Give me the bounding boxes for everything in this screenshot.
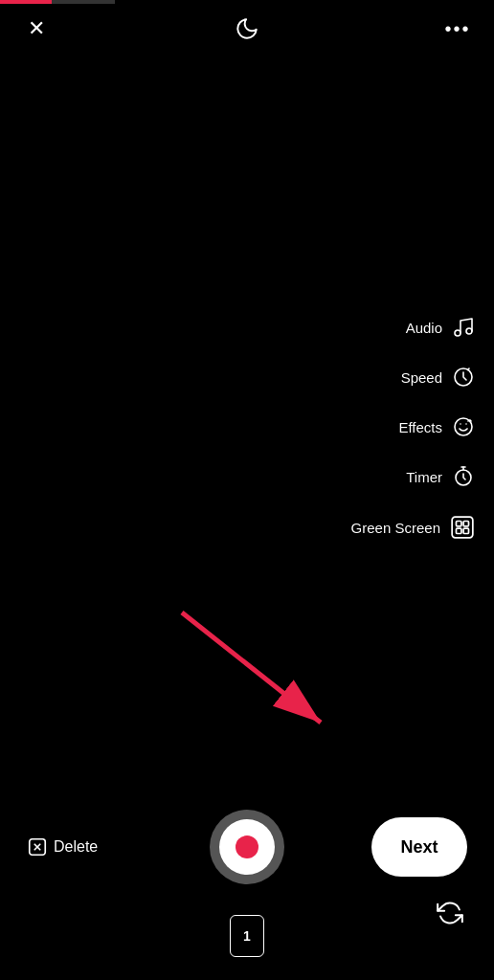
audio-label: Audio: [406, 320, 442, 336]
svg-point-0: [455, 330, 460, 336]
moon-icon: [235, 16, 259, 41]
green-screen-icon: [450, 515, 475, 540]
close-icon: ✕: [28, 16, 45, 41]
arrow-annotation: [153, 593, 364, 746]
right-menu: Audio Speed Effects Timer: [351, 316, 475, 540]
svg-point-1: [466, 328, 472, 334]
green-screen-menu-item[interactable]: Green Screen: [351, 515, 475, 540]
top-controls: ✕ •••: [0, 11, 494, 46]
close-button[interactable]: ✕: [19, 11, 54, 46]
flip-camera-button[interactable]: [433, 896, 467, 930]
record-dot: [236, 835, 258, 858]
night-mode-button[interactable]: [230, 11, 264, 46]
timer-menu-item[interactable]: Timer: [406, 465, 475, 488]
svg-rect-7: [452, 517, 473, 538]
delete-icon: [27, 836, 48, 858]
delete-label: Delete: [54, 838, 98, 856]
timer-icon: [452, 465, 475, 488]
effects-menu-item[interactable]: Effects: [398, 415, 475, 438]
speed-icon: [452, 366, 475, 389]
progress-bar-fill: [0, 0, 52, 4]
bottom-nav: 1: [0, 915, 494, 957]
more-dots-icon: •••: [444, 18, 470, 40]
record-button-inner: [219, 819, 275, 875]
timer-label: Timer: [406, 469, 442, 485]
svg-rect-8: [457, 522, 461, 526]
speed-menu-item[interactable]: Speed: [401, 366, 475, 389]
delete-button[interactable]: Delete: [27, 836, 98, 858]
svg-rect-10: [457, 528, 461, 533]
more-options-button[interactable]: •••: [440, 11, 475, 46]
page-indicator[interactable]: 1: [230, 915, 264, 957]
effects-icon: [452, 415, 475, 438]
svg-rect-11: [463, 528, 468, 533]
bottom-controls: Delete Next: [0, 810, 494, 884]
next-button[interactable]: Next: [371, 817, 467, 877]
flip-camera-icon: [437, 900, 463, 926]
effects-label: Effects: [398, 419, 442, 435]
svg-rect-9: [463, 522, 468, 526]
speed-label: Speed: [401, 369, 442, 386]
record-button[interactable]: [210, 810, 284, 884]
audio-icon: [452, 316, 475, 339]
green-screen-label: Green Screen: [351, 520, 440, 536]
svg-line-13: [182, 612, 321, 723]
progress-bar-container: [0, 0, 115, 4]
audio-menu-item[interactable]: Audio: [406, 316, 475, 339]
